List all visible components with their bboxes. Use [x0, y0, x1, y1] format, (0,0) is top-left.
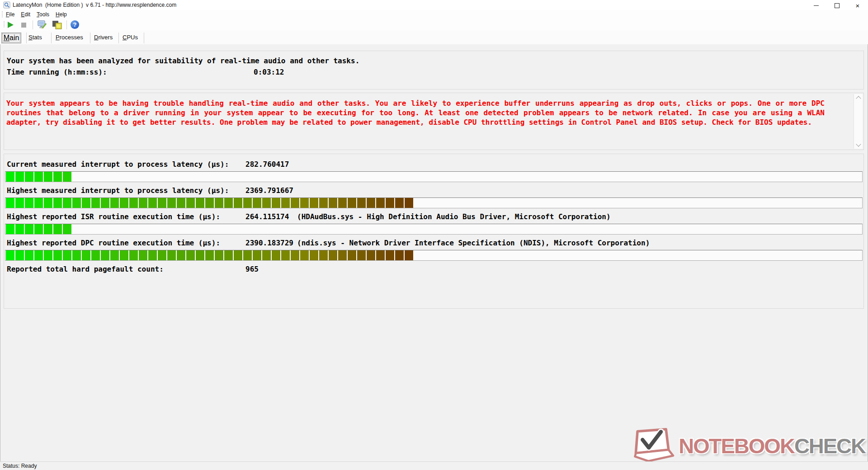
latency-bar-segment: [177, 198, 185, 208]
tab-main[interactable]: Main: [1, 33, 21, 43]
tab-stats[interactable]: Stats: [28, 31, 42, 44]
app-icon: [3, 1, 10, 9]
tab-processes[interactable]: Processes: [56, 31, 83, 44]
latency-bar-segment: [215, 198, 223, 208]
measurement-value: 282.760417: [245, 160, 289, 169]
latency-bar-segment: [243, 198, 252, 208]
latency-bar-segment: [101, 198, 109, 208]
measurement-value: 2390.183729: [245, 239, 293, 247]
toolbar-gripper: [4, 21, 5, 28]
status-text: Status: Ready: [3, 463, 37, 469]
warning-scrollbar[interactable]: [854, 94, 863, 149]
latency-bar-segment: [243, 250, 252, 260]
latency-bar-segment: [6, 250, 14, 260]
latency-bar-segment: [281, 250, 290, 260]
measurement-label: Highest reported ISR routine execution t…: [7, 212, 220, 221]
menu-help[interactable]: Help: [52, 11, 70, 18]
edit-report-icon[interactable]: [38, 20, 47, 29]
measurement-row: Highest reported ISR routine execution t…: [4, 212, 863, 221]
latency-bar-segment: [357, 198, 366, 208]
start-monitor-icon[interactable]: [8, 22, 14, 28]
stacked-windows-icon[interactable]: [52, 20, 63, 30]
latency-bar-segment: [120, 250, 128, 260]
maximize-button[interactable]: [826, 0, 847, 11]
measurement-value: 965: [245, 265, 259, 273]
measurement-label: Reported total hard pagefault count:: [7, 265, 164, 273]
tab-cpus[interactable]: CPUs: [123, 31, 138, 44]
latency-bar-segment: [25, 250, 33, 260]
latency-bar-segment: [405, 198, 413, 208]
status-bar: Status: Ready: [0, 461, 868, 470]
latency-bar-segment: [25, 224, 33, 234]
latency-bar-segment: [53, 250, 62, 260]
window-title: LatencyMon (Home Edition ) v 6.71 - http…: [13, 0, 176, 10]
latency-bar-segment: [376, 250, 385, 260]
latency-bar: [5, 171, 863, 182]
latency-bar-segment: [139, 198, 147, 208]
menu-edit[interactable]: Edit: [18, 11, 33, 18]
latency-bar-segment: [367, 198, 375, 208]
latency-bar-segment: [253, 198, 261, 208]
latency-bar-segment: [272, 250, 280, 260]
latency-bar-segment: [6, 172, 14, 182]
latency-bar-segment: [338, 250, 347, 260]
latency-bar-segment: [357, 250, 366, 260]
latency-bar-segment: [196, 250, 204, 260]
latency-bar-segment: [310, 250, 318, 260]
warning-panel: Your system appears to be having trouble…: [4, 93, 864, 150]
latency-bar-segment: [91, 198, 100, 208]
watermark-notebook-text: NOTEBOOK: [679, 435, 794, 456]
latency-bar-segment: [319, 250, 328, 260]
latency-bar: [5, 250, 863, 261]
latency-bar-segment: [34, 198, 43, 208]
menu-tools[interactable]: Tools: [33, 11, 52, 18]
latency-bar-segment: [291, 250, 299, 260]
help-icon[interactable]: ?: [71, 20, 79, 29]
latency-bar-segment: [148, 198, 157, 208]
latency-bar-segment: [310, 198, 318, 208]
measurement-row: Current measured interrupt to process la…: [4, 160, 863, 169]
close-icon: [856, 2, 860, 9]
latency-bar-segment: [215, 250, 223, 260]
measurement-row: Reported total hard pagefault count:965: [4, 265, 863, 274]
latency-bar-segment: [34, 172, 43, 182]
latency-bar-segment: [186, 250, 195, 260]
latency-bar-segment: [25, 198, 33, 208]
latency-bar-segment: [44, 172, 52, 182]
latency-bar-segment: [139, 250, 147, 260]
latency-bar-segment: [6, 224, 14, 234]
tab-drivers[interactable]: Drivers: [94, 31, 113, 44]
latency-bar-segment: [63, 224, 71, 234]
notebookcheck-laptop-icon: [632, 428, 679, 464]
latency-bar-segment: [120, 198, 128, 208]
stop-monitor-icon: [21, 23, 26, 28]
latency-bar-segment: [234, 198, 242, 208]
scroll-down-icon[interactable]: [856, 141, 861, 146]
latency-bar: [5, 197, 863, 208]
notebookcheck-watermark: NOTEBOOKCHECK: [632, 428, 865, 464]
summary-panel: Your system has been analyzed for suitab…: [4, 51, 864, 89]
close-button[interactable]: [847, 0, 868, 11]
latency-bar-segment: [367, 250, 375, 260]
scroll-up-icon[interactable]: [856, 96, 861, 101]
latency-bar-segment: [319, 198, 328, 208]
time-running-value: 0:03:12: [254, 68, 284, 76]
measurement-row: Highest reported DPC routine execution t…: [4, 239, 863, 248]
title-bar[interactable]: LatencyMon (Home Edition ) v 6.71 - http…: [0, 0, 868, 10]
latency-bar-segment: [205, 250, 214, 260]
latency-bar-segment: [53, 224, 62, 234]
latency-bar-segment: [53, 172, 62, 182]
latency-bar-segment: [63, 172, 71, 182]
menu-file[interactable]: File: [3, 11, 18, 18]
latency-bar-segment: [348, 250, 356, 260]
latency-bar-segment: [158, 250, 166, 260]
latency-bar-segment: [63, 250, 71, 260]
latency-bar-segment: [186, 198, 195, 208]
latency-bar-segment: [338, 198, 347, 208]
window-controls: [806, 0, 868, 11]
minimize-button[interactable]: [806, 0, 826, 11]
latency-bar-segment: [291, 198, 299, 208]
latency-bar-segment: [44, 224, 52, 234]
latency-bar: [5, 224, 863, 235]
watermark-check-text: CHECK: [794, 435, 865, 456]
